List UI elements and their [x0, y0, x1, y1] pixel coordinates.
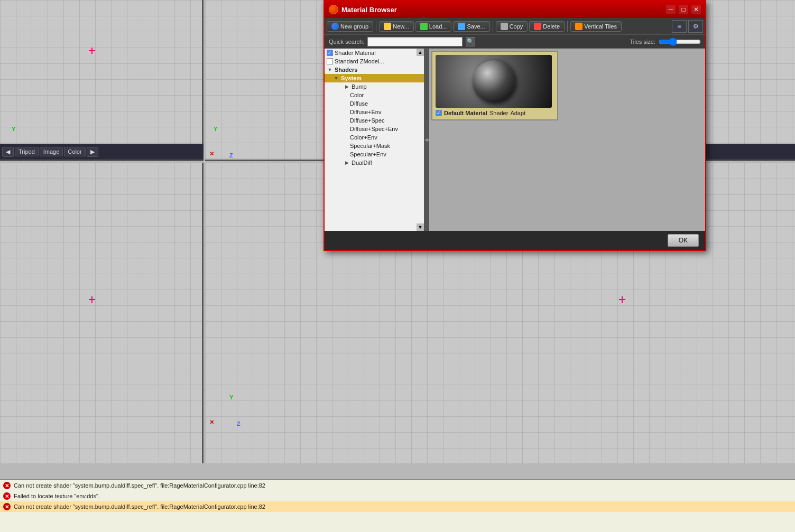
default-material-name: Default Material: [444, 110, 487, 116]
axis-x-br: ✕: [209, 419, 214, 426]
copy-icon: [501, 23, 508, 30]
sep-3: [567, 21, 568, 32]
sep-2: [493, 21, 493, 32]
new-icon: [384, 23, 391, 30]
error-bar: ✕ Can not create shader "system.bump.dua…: [0, 479, 795, 532]
dialog-title-bar: Material Browser ─ □ ✕: [325, 1, 705, 18]
new-group-icon: [331, 23, 339, 30]
system-expand-icon[interactable]: ▼: [333, 75, 339, 81]
tree-item-diffuse-spec-env[interactable]: Diffuse+Spec+Env: [325, 125, 424, 133]
error-icon-2: ✕: [3, 492, 11, 500]
tree-item-diffuse-spec[interactable]: Diffuse+Spec: [325, 116, 424, 125]
axis-z-tr: Z: [229, 152, 233, 158]
tree-item-color-env[interactable]: Color+Env: [325, 133, 424, 142]
close-btn[interactable]: ✕: [691, 5, 701, 14]
quick-search-input[interactable]: [367, 37, 463, 46]
dialog-title-text: Material Browser: [341, 6, 663, 14]
material-tree[interactable]: ▲ ✓ Shader Material Standard ZModel... ▼…: [325, 49, 425, 231]
arrow-left-btn-tl[interactable]: ◀: [2, 147, 14, 157]
ok-button[interactable]: OK: [668, 234, 699, 247]
material-thumb-label: ✓ Default Material Shader Adapt: [436, 110, 554, 116]
load-button[interactable]: Load...: [415, 21, 452, 32]
axis-z-br: Z: [237, 421, 241, 427]
material-sphere: [473, 60, 515, 102]
cross-marker-br: [619, 296, 625, 303]
tree-item-shader-material[interactable]: ✓ Shader Material: [325, 49, 424, 57]
color-btn-tl[interactable]: Color: [64, 147, 85, 156]
error-line-1: ✕ Can not create shader "system.bump.dua…: [0, 480, 795, 491]
save-button[interactable]: Save...: [453, 21, 489, 32]
shader-material-checkbox[interactable]: ✓: [327, 50, 333, 56]
copy-button[interactable]: Copy: [496, 21, 528, 32]
error-line-3: ✕ Can not create shader "system.bump.dua…: [0, 501, 795, 512]
image-btn-tl[interactable]: Image: [40, 147, 63, 156]
load-icon: [420, 23, 428, 30]
sep-1: [376, 21, 376, 32]
material-browser-icon: [329, 5, 338, 14]
delete-icon: [534, 23, 541, 30]
tree-item-specular-env[interactable]: Specular+Env: [325, 150, 424, 158]
tree-item-bump[interactable]: ▶ Bump: [325, 82, 424, 91]
minimize-btn[interactable]: ─: [666, 5, 676, 14]
tree-item-shaders[interactable]: ▼ Shaders: [325, 66, 424, 74]
axis-y-tr: Y: [214, 126, 217, 132]
resize-handle[interactable]: ◀▶: [425, 49, 429, 231]
save-icon: [458, 23, 465, 30]
axis-y-br: Y: [229, 394, 233, 400]
adapt-label: Adapt: [510, 110, 525, 116]
grid-tl: [0, 0, 202, 160]
viewport-bottom-left[interactable]: [0, 163, 204, 463]
zmodel-checkbox[interactable]: [327, 58, 333, 64]
tripod-btn-tl[interactable]: Tripod: [15, 147, 39, 156]
default-material-thumb[interactable]: ✓ Default Material Shader Adapt: [431, 51, 558, 120]
material-browser-dialog: Material Browser ─ □ ✕ New group New... …: [323, 0, 706, 251]
cross-marker-tl: [89, 48, 95, 54]
axis-x-tr: ✕: [209, 151, 214, 157]
material-preview-area[interactable]: ✓ Default Material Shader Adapt: [429, 49, 705, 231]
new-button[interactable]: New...: [379, 21, 414, 32]
delete-button[interactable]: Delete: [529, 21, 565, 32]
quick-search-label: Quick search:: [329, 39, 364, 45]
tree-scroll-down[interactable]: ▼: [417, 223, 424, 231]
material-sphere-bg: [436, 55, 552, 108]
tree-item-system[interactable]: ▼ System: [325, 74, 424, 82]
viewport-top-left[interactable]: Y ✕ ◀ Tripod Image Color ▶: [0, 0, 204, 161]
shaders-expand-icon[interactable]: ▼: [327, 67, 333, 73]
default-material-checkbox[interactable]: ✓: [436, 110, 442, 116]
cross-marker-bl: [89, 296, 95, 303]
vert-tiles-button[interactable]: Vertical Tiles: [570, 21, 622, 32]
vert-tiles-icon: [575, 23, 583, 30]
tiles-size-label: Tiles size:: [630, 39, 656, 45]
dualdiff-expand-icon[interactable]: ▶: [344, 160, 350, 166]
axis-y-tl: Y: [12, 126, 15, 132]
tree-item-color[interactable]: Color: [325, 91, 424, 99]
arrow-right-btn-tl[interactable]: ▶: [87, 147, 98, 157]
search-button[interactable]: 🔍: [466, 37, 475, 46]
list-view-btn[interactable]: ≡: [672, 20, 687, 33]
error-icon-3: ✕: [3, 503, 11, 510]
shader-label: Shader: [489, 110, 508, 116]
new-group-button[interactable]: New group: [327, 21, 373, 32]
error-line-2: ✕ Failed to locate texture "env.dds".: [0, 491, 795, 501]
tree-item-diffuse[interactable]: Diffuse: [325, 99, 424, 108]
dialog-toolbar: New group New... Load... Save... Copy De…: [325, 18, 705, 35]
tree-item-specular-mask[interactable]: Specular+Mask: [325, 142, 424, 150]
error-icon-1: ✕: [3, 482, 11, 489]
tree-item-diffuse-env[interactable]: Diffuse+Env: [325, 108, 424, 116]
restore-btn[interactable]: □: [679, 5, 688, 14]
dialog-body: ▲ ✓ Shader Material Standard ZModel... ▼…: [325, 49, 705, 231]
tree-scroll-up[interactable]: ▲: [417, 49, 424, 56]
tree-item-dualdiff[interactable]: ▶ DualDiff: [325, 158, 424, 167]
gear-btn[interactable]: ⚙: [688, 20, 703, 33]
quick-search-bar: Quick search: 🔍 Tiles size:: [325, 35, 705, 49]
bump-expand-icon[interactable]: ▶: [344, 83, 350, 90]
tree-item-standard-zmodel[interactable]: Standard ZModel...: [325, 57, 424, 66]
grid-bl: [0, 163, 202, 463]
tiles-size-slider[interactable]: [659, 38, 701, 46]
toolbar-tl: ◀ Tripod Image Color ▶: [0, 144, 204, 160]
dialog-footer: OK: [325, 231, 705, 250]
